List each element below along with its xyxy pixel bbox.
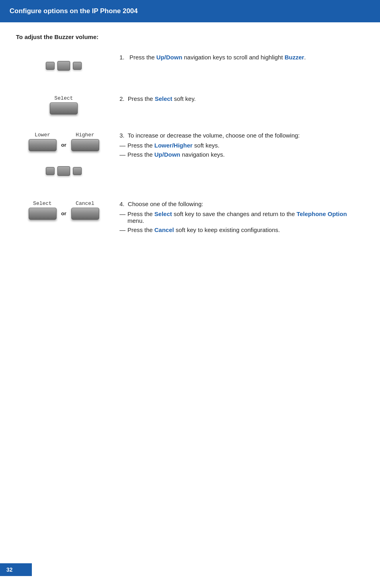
select-cancel-btns: Select or Cancel bbox=[29, 201, 99, 220]
page-title: Configure options on the IP Phone 2004 bbox=[10, 7, 370, 15]
select-key-widget: Select bbox=[50, 95, 78, 114]
updown-highlight-1: Up/Down bbox=[157, 54, 182, 61]
step-1-num: 1. bbox=[119, 54, 128, 61]
cancel-key-label: Cancel bbox=[76, 201, 94, 206]
buzzer-highlight: Buzzer bbox=[284, 54, 304, 61]
nav-keys-icon-2 bbox=[46, 159, 82, 183]
step-3-visual: Lower or Higher bbox=[16, 130, 112, 183]
telephone-option-highlight: Telephone Option bbox=[296, 210, 347, 217]
page-number: 32 bbox=[6, 566, 13, 573]
higher-key-btn bbox=[71, 139, 99, 151]
lower-key-widget: Lower bbox=[29, 132, 57, 151]
higher-key-label: Higher bbox=[76, 132, 94, 138]
page-footer: 32 bbox=[0, 563, 32, 576]
section-title: To adjust the Buzzer volume: bbox=[16, 33, 364, 40]
select-key-label-2: Select bbox=[33, 201, 52, 206]
step-4-visual: Select or Cancel bbox=[16, 199, 112, 220]
lower-higher-highlight: Lower/Higher bbox=[155, 142, 193, 149]
step-1-text: 1. Press the Up/Down navigation keys to … bbox=[112, 52, 364, 61]
main-content: To adjust the Buzzer volume: 1. Press th… bbox=[0, 33, 380, 267]
step-4-row: Select or Cancel 4. Choose one of the fo… bbox=[16, 199, 364, 236]
cancel-key-widget: Cancel bbox=[71, 201, 99, 220]
select-key-label: Select bbox=[55, 95, 73, 101]
nav-left-arrow-2 bbox=[46, 167, 55, 175]
select-key-btn-2 bbox=[29, 208, 57, 220]
step-2-text: 2. Press the Select soft key. bbox=[112, 94, 364, 102]
select-highlight-2: Select bbox=[155, 210, 172, 217]
nav-left-arrow bbox=[46, 62, 55, 70]
cancel-highlight: Cancel bbox=[155, 226, 174, 233]
step-3-text: 3. To increase or decrease the volume, c… bbox=[112, 130, 364, 160]
lower-higher-btns: Lower or Higher bbox=[29, 132, 99, 151]
nav-right-arrow-2 bbox=[73, 167, 82, 175]
nav-center-pad bbox=[57, 61, 70, 71]
step-4-sub-2: Press the Cancel soft key to keep existi… bbox=[119, 226, 364, 233]
step-3-sublist: Press the Lower/Higher soft keys. Press … bbox=[119, 142, 364, 158]
steps-container: 1. Press the Up/Down navigation keys to … bbox=[16, 52, 364, 252]
lower-key-label: Lower bbox=[35, 132, 50, 138]
or-label-3: or bbox=[61, 142, 67, 151]
step-3-sub-2: Press the Up/Down navigation keys. bbox=[119, 151, 364, 158]
nav-keys-icon bbox=[46, 54, 82, 78]
step-3-sub-1: Press the Lower/Higher soft keys. bbox=[119, 142, 364, 149]
cancel-key-btn bbox=[71, 208, 99, 220]
step-2-row: Select 2. Press the Select soft key. bbox=[16, 94, 364, 114]
step-4-text: 4. Choose one of the following: Press th… bbox=[112, 199, 364, 236]
select-key-btn bbox=[50, 102, 78, 114]
nav-right-arrow bbox=[73, 62, 82, 70]
step-3-inner: Lower or Higher bbox=[29, 132, 99, 183]
step-3-row: Lower or Higher bbox=[16, 130, 364, 183]
higher-key-widget: Higher bbox=[71, 132, 99, 151]
updown-highlight-2: Up/Down bbox=[155, 151, 180, 158]
lower-key-btn bbox=[29, 139, 57, 151]
step-1-visual bbox=[16, 52, 112, 78]
step-4-sublist: Press the Select soft key to save the ch… bbox=[119, 210, 364, 233]
step-1-row: 1. Press the Up/Down navigation keys to … bbox=[16, 52, 364, 78]
select-key-widget-2: Select bbox=[29, 201, 57, 220]
step-2-visual: Select bbox=[16, 94, 112, 114]
select-highlight-1: Select bbox=[155, 95, 172, 102]
step-4-sub-1: Press the Select soft key to save the ch… bbox=[119, 210, 364, 224]
nav-center-pad-2 bbox=[57, 166, 70, 176]
header-bar: Configure options on the IP Phone 2004 bbox=[0, 0, 380, 22]
or-label-4: or bbox=[61, 210, 67, 220]
